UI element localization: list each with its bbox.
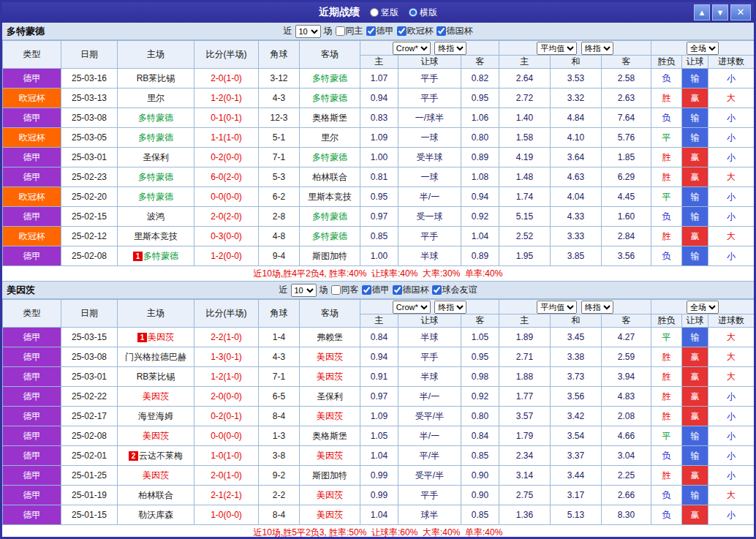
team-link[interactable]: 奥格斯堡 bbox=[312, 113, 347, 123]
team-link[interactable]: 多特蒙德 bbox=[143, 251, 178, 261]
league-checkbox[interactable] bbox=[432, 285, 442, 295]
team-link[interactable]: 斯图加特 bbox=[312, 470, 347, 480]
team-link[interactable]: 多特蒙德 bbox=[312, 73, 347, 83]
team-link[interactable]: 多特蒙德 bbox=[312, 93, 347, 103]
league-filter-2[interactable]: 球会友谊 bbox=[432, 284, 477, 296]
score-cell[interactable]: 1-2(1-0) bbox=[194, 367, 259, 387]
venue-filter[interactable]: 同客 bbox=[331, 284, 359, 296]
bookmaker-select[interactable]: Crow* bbox=[393, 42, 431, 55]
score-cell[interactable]: 2-0(0-0) bbox=[194, 387, 259, 407]
team-link[interactable]: 海登海姆 bbox=[138, 411, 173, 421]
team-link[interactable]: 美因茨 bbox=[317, 352, 343, 362]
league-filter-0[interactable]: 德甲 bbox=[362, 284, 390, 296]
team-link[interactable]: 勒沃库森 bbox=[138, 510, 173, 520]
team-link[interactable]: 波鸿 bbox=[147, 211, 165, 222]
match-count-select[interactable]: 10 bbox=[295, 25, 321, 38]
score-cell[interactable]: 2-1(2-1) bbox=[194, 486, 259, 505]
vertical-radio[interactable] bbox=[370, 8, 379, 17]
team-link[interactable]: 奥格斯堡 bbox=[312, 431, 347, 441]
team-link[interactable]: 美因茨 bbox=[148, 332, 174, 342]
team-link[interactable]: 多特蒙德 bbox=[138, 192, 173, 202]
team-link[interactable]: 斯图加特 bbox=[312, 251, 347, 261]
league-filter-2[interactable]: 德国杯 bbox=[436, 25, 473, 37]
team-link[interactable]: 多特蒙德 bbox=[138, 132, 173, 143]
avg-index-select[interactable]: 终指 bbox=[581, 301, 613, 314]
team-link[interactable]: 美因茨 bbox=[317, 510, 343, 520]
odds-index-select[interactable]: 终指 bbox=[434, 42, 466, 55]
team-link[interactable]: 美因茨 bbox=[317, 411, 343, 421]
score-cell[interactable]: 1-2(0-0) bbox=[194, 246, 259, 266]
score-cell[interactable]: 1-3(0-1) bbox=[194, 347, 259, 367]
team-link[interactable]: 柏林联合 bbox=[138, 490, 173, 500]
team-link[interactable]: RB莱比锡 bbox=[137, 73, 175, 83]
odds-index-select[interactable]: 终指 bbox=[434, 301, 466, 314]
team-section-dortmund: 近 10 场 同主 德甲 欧冠杯 德国杯 bbox=[2, 23, 754, 282]
team-link[interactable]: 云达不莱梅 bbox=[139, 451, 183, 461]
match-count-select[interactable]: 10 bbox=[291, 284, 317, 297]
avg-index-select[interactable]: 终指 bbox=[581, 42, 613, 55]
score-cell[interactable]: 0-0(0-0) bbox=[194, 187, 259, 207]
team-link[interactable]: 美因茨 bbox=[143, 391, 169, 402]
bookmaker-select[interactable]: Crow* bbox=[393, 301, 431, 314]
team-link[interactable]: 里斯本竞技 bbox=[134, 231, 178, 241]
layout-radio-vertical[interactable]: 竖版 bbox=[370, 7, 398, 19]
horizontal-radio[interactable] bbox=[409, 8, 417, 17]
score-cell[interactable]: 0-1(0-1) bbox=[194, 108, 259, 128]
score-cell[interactable]: 0-2(0-1) bbox=[194, 407, 259, 426]
team-link[interactable]: 门兴格拉德巴赫 bbox=[125, 352, 186, 362]
handicap-result-cell: 输 bbox=[682, 446, 708, 466]
team-link[interactable]: 多特蒙德 bbox=[138, 113, 173, 123]
score-cell[interactable]: 1-2(0-1) bbox=[194, 88, 259, 108]
team-link[interactable]: 美因茨 bbox=[317, 372, 343, 382]
league-filter-1[interactable]: 德国杯 bbox=[393, 284, 429, 296]
team-link[interactable]: 里尔 bbox=[321, 132, 339, 143]
score-cell[interactable]: 0-2(0-0) bbox=[194, 148, 259, 167]
team-link[interactable]: 多特蒙德 bbox=[312, 152, 347, 162]
league-checkbox[interactable] bbox=[393, 285, 402, 295]
league-checkbox[interactable] bbox=[362, 285, 371, 295]
score-cell[interactable]: 1-1(1-0) bbox=[194, 128, 259, 148]
team-link[interactable]: 弗赖堡 bbox=[317, 332, 343, 342]
close-button[interactable]: ✕ bbox=[730, 4, 751, 20]
team-link[interactable]: 圣保利 bbox=[143, 152, 169, 162]
team-link[interactable]: 多特蒙德 bbox=[312, 231, 347, 241]
team-link[interactable]: 美因茨 bbox=[317, 490, 343, 500]
score-cell[interactable]: 1-0(1-0) bbox=[194, 446, 259, 466]
venue-checkbox[interactable] bbox=[336, 26, 345, 36]
league-checkbox[interactable] bbox=[366, 26, 376, 36]
team-link[interactable]: 多特蒙德 bbox=[312, 211, 347, 222]
avg-select[interactable]: 平均值 bbox=[537, 42, 577, 55]
team-link[interactable]: 圣保利 bbox=[317, 391, 343, 402]
league-filter-1[interactable]: 欧冠杯 bbox=[397, 25, 434, 37]
result-cell: 负 bbox=[651, 486, 682, 505]
team-link[interactable]: 里尔 bbox=[147, 93, 165, 103]
scope-select[interactable]: 全场 bbox=[687, 301, 719, 314]
team-link[interactable]: 里斯本竞技 bbox=[308, 192, 352, 202]
league-checkbox[interactable] bbox=[436, 26, 446, 36]
score-cell[interactable]: 2-0(1-0) bbox=[194, 69, 259, 88]
team-link[interactable]: RB莱比锡 bbox=[137, 372, 175, 382]
venue-filter[interactable]: 同主 bbox=[336, 25, 363, 37]
score-cell[interactable]: 1-0(0-0) bbox=[194, 505, 259, 525]
league-cell: 德甲 bbox=[3, 347, 61, 367]
up-button[interactable]: ▲ bbox=[694, 4, 710, 20]
team-link[interactable]: 美因茨 bbox=[143, 431, 169, 441]
league-filter-0[interactable]: 德甲 bbox=[366, 25, 394, 37]
score-cell[interactable]: 2-2(1-0) bbox=[194, 328, 259, 347]
score-cell[interactable]: 2-0(1-0) bbox=[194, 466, 259, 486]
score-cell[interactable]: 6-0(2-0) bbox=[194, 167, 259, 187]
team-link[interactable]: 美因茨 bbox=[317, 451, 343, 461]
score-cell[interactable]: 0-3(0-0) bbox=[194, 227, 259, 246]
team-link[interactable]: 美因茨 bbox=[143, 470, 169, 480]
score-cell[interactable]: 2-0(2-0) bbox=[194, 207, 259, 227]
venue-checkbox[interactable] bbox=[331, 285, 341, 295]
home-team-cell: 多特蒙德 bbox=[118, 128, 194, 148]
team-link[interactable]: 多特蒙德 bbox=[138, 172, 173, 182]
score-cell[interactable]: 0-0(0-0) bbox=[194, 426, 259, 446]
team-link[interactable]: 柏林联合 bbox=[312, 172, 347, 182]
layout-radio-horizontal[interactable]: 横版 bbox=[409, 7, 437, 19]
down-button[interactable]: ▼ bbox=[712, 4, 728, 20]
avg-select[interactable]: 平均值 bbox=[537, 301, 577, 314]
scope-select[interactable]: 全场 bbox=[687, 42, 719, 55]
league-checkbox[interactable] bbox=[397, 26, 407, 36]
